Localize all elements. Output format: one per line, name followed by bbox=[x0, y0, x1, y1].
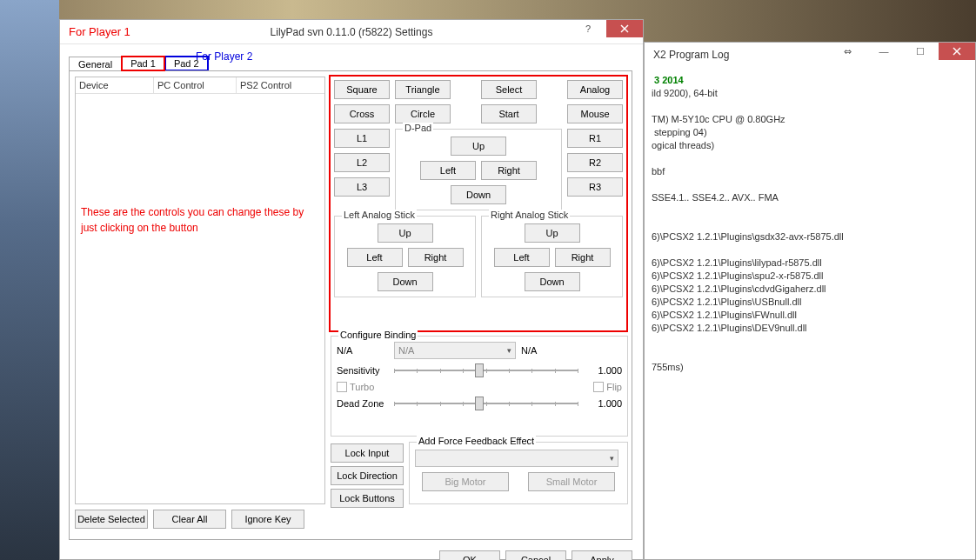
start-button[interactable]: Start bbox=[481, 104, 537, 123]
left-stick-label: Left Analog Stick bbox=[342, 210, 417, 220]
dpad-label: D-Pad bbox=[403, 123, 433, 133]
l2-button[interactable]: L2 bbox=[334, 153, 390, 172]
col-ps2-control[interactable]: PS2 Control bbox=[237, 77, 324, 93]
configure-binding-label: Configure Binding bbox=[338, 330, 418, 340]
close-icon[interactable] bbox=[606, 20, 643, 37]
help-icon[interactable]: ? bbox=[570, 20, 606, 37]
ff-combo[interactable]: ▾ bbox=[415, 450, 618, 467]
deadzone-label: Dead Zone bbox=[337, 398, 389, 409]
popout-icon[interactable]: ⇔ bbox=[829, 43, 866, 60]
flip-checkbox[interactable]: Flip bbox=[593, 382, 622, 392]
l1-button[interactable]: L1 bbox=[334, 129, 390, 148]
big-motor-button[interactable]: Big Motor bbox=[422, 472, 509, 491]
log-titlebar[interactable]: X2 Program Log ⇔ — ☐ bbox=[645, 43, 975, 67]
tab-general[interactable]: General bbox=[69, 57, 122, 71]
l3-button[interactable]: L3 bbox=[334, 177, 390, 197]
cfg-combo[interactable]: N/A ▾ bbox=[394, 342, 516, 359]
lstick-left-button[interactable]: Left bbox=[347, 248, 403, 267]
dpad-down-button[interactable]: Down bbox=[451, 185, 506, 204]
right-stick-label: Right Analog Stick bbox=[489, 210, 570, 220]
maximize-icon[interactable]: ☐ bbox=[902, 43, 939, 60]
dpad-left-button[interactable]: Left bbox=[420, 161, 476, 180]
r2-button[interactable]: R2 bbox=[567, 153, 623, 172]
sensitivity-slider[interactable] bbox=[394, 363, 578, 378]
settings-titlebar[interactable]: LilyPad svn 0.11.0 (r5822) Settings ? bbox=[60, 20, 643, 44]
square-button[interactable]: Square bbox=[334, 80, 390, 99]
mouse-button[interactable]: Mouse bbox=[567, 104, 623, 123]
bindings-list[interactable]: Device PC Control PS2 Control bbox=[75, 77, 325, 504]
cfg-na-left: N/A bbox=[337, 345, 389, 356]
tab-pad2[interactable]: Pad 2 bbox=[164, 56, 209, 71]
close-icon[interactable] bbox=[939, 43, 975, 60]
sensitivity-label: Sensitivity bbox=[337, 365, 389, 376]
analog-button[interactable]: Analog bbox=[567, 80, 623, 99]
chevron-down-icon: ▾ bbox=[507, 346, 511, 355]
dpad-group: D-Pad Up Left Right Down bbox=[395, 129, 562, 210]
flip-label: Flip bbox=[606, 382, 622, 392]
left-stick-group: Left Analog Stick Up Left Right Down bbox=[334, 216, 476, 297]
log-date: 3 2014 bbox=[652, 75, 684, 85]
controls-panel: Square Triangle Select Analog Cross Circ… bbox=[329, 75, 628, 332]
delete-selected-button[interactable]: Delete Selected bbox=[75, 510, 148, 529]
lock-direction-button[interactable]: Lock Direction bbox=[331, 466, 404, 485]
cross-button[interactable]: Cross bbox=[334, 104, 390, 123]
rstick-left-button[interactable]: Left bbox=[494, 248, 550, 267]
settings-window: LilyPad svn 0.11.0 (r5822) Settings ? Fo… bbox=[59, 19, 644, 560]
dpad-right-button[interactable]: Right bbox=[481, 161, 537, 180]
lstick-down-button[interactable]: Down bbox=[378, 272, 433, 291]
cfg-combo-value: N/A bbox=[398, 345, 414, 356]
lock-input-button[interactable]: Lock Input bbox=[331, 443, 404, 463]
r1-button[interactable]: R1 bbox=[567, 129, 623, 148]
col-pc-control[interactable]: PC Control bbox=[154, 77, 237, 93]
circle-button[interactable]: Circle bbox=[395, 104, 451, 123]
ff-label: Add Force Feedback Effect bbox=[417, 436, 536, 446]
turbo-checkbox[interactable]: Turbo bbox=[337, 382, 374, 392]
chevron-down-icon: ▾ bbox=[610, 454, 614, 463]
force-feedback-group: Add Force Feedback Effect ▾ Big Motor Sm… bbox=[409, 442, 628, 504]
lock-buttons-button[interactable]: Lock Buttons bbox=[331, 489, 404, 508]
settings-title: LilyPad svn 0.11.0 (r5822) Settings bbox=[271, 26, 433, 38]
apply-button[interactable]: Apply bbox=[572, 550, 632, 560]
rstick-down-button[interactable]: Down bbox=[525, 272, 580, 291]
rstick-right-button[interactable]: Right bbox=[555, 248, 611, 267]
dpad-up-button[interactable]: Up bbox=[451, 137, 506, 156]
ignore-key-button[interactable]: Ignore Key bbox=[231, 510, 304, 529]
log-body[interactable]: 3 2014 ild 9200), 64-bit TM) M-5Y10c CPU… bbox=[645, 67, 975, 381]
program-log-window: X2 Program Log ⇔ — ☐ 3 2014 ild 9200), 6… bbox=[644, 42, 976, 560]
log-text: ild 9200), 64-bit TM) M-5Y10c CPU @ 0.80… bbox=[652, 88, 844, 372]
rstick-up-button[interactable]: Up bbox=[525, 223, 580, 243]
small-motor-button[interactable]: Small Motor bbox=[528, 472, 615, 491]
turbo-label: Turbo bbox=[350, 382, 374, 392]
cancel-button[interactable]: Cancel bbox=[505, 550, 566, 560]
right-stick-group: Right Analog Stick Up Left Right Down bbox=[481, 216, 623, 297]
minimize-icon[interactable]: — bbox=[866, 43, 902, 60]
select-button[interactable]: Select bbox=[481, 80, 537, 99]
lstick-up-button[interactable]: Up bbox=[378, 223, 433, 243]
log-title: X2 Program Log bbox=[653, 49, 729, 61]
cfg-na-right: N/A bbox=[521, 345, 537, 356]
col-device[interactable]: Device bbox=[76, 77, 154, 93]
deadzone-slider[interactable] bbox=[394, 396, 578, 411]
r3-button[interactable]: R3 bbox=[567, 177, 623, 197]
lstick-right-button[interactable]: Right bbox=[408, 248, 464, 267]
ok-button[interactable]: OK bbox=[439, 550, 500, 560]
tab-pad1[interactable]: Pad 1 bbox=[121, 56, 165, 71]
triangle-button[interactable]: Triangle bbox=[395, 80, 451, 99]
deadzone-value: 1.000 bbox=[584, 398, 622, 409]
configure-binding-group: Configure Binding N/A N/A ▾ N/A Sensitiv… bbox=[331, 336, 628, 437]
sensitivity-value: 1.000 bbox=[584, 365, 622, 376]
clear-all-button[interactable]: Clear All bbox=[153, 510, 226, 529]
